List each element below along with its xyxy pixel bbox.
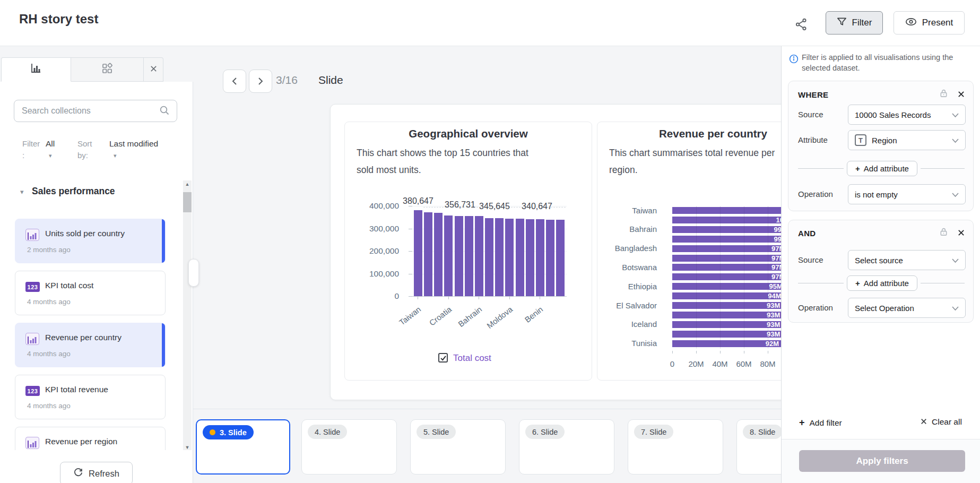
apply-filters-button[interactable]: Apply filters [799,450,965,472]
divider-line [921,168,965,169]
country-label: Ethiopia [597,282,657,291]
filter-row-label: Source [798,110,823,119]
slide-title: Slide [318,74,343,87]
header: RH story test Filter Present [0,0,980,46]
source-select[interactable]: 10000 Sales Records [848,105,966,125]
share-icon[interactable] [794,18,808,33]
lock-icon[interactable] [939,227,948,239]
collection-item[interactable]: 123KPI total revenue4 months ago [15,375,166,419]
filter-label: Filter [22,139,40,148]
vertical-gridline [696,206,697,349]
bar [434,213,443,296]
present-button-label: Present [922,18,953,28]
filter-card-where: WHERESource10000 Sales RecordsAttributeT… [788,81,974,211]
slide-position: 3/16 [276,74,298,87]
add-filter-label: Add filter [810,418,842,428]
filter-row-label: Operation [798,303,833,312]
operation-select[interactable]: is not empty [848,184,966,204]
add-filter-link[interactable]: + Add filter [799,417,842,428]
section-collapse-icon[interactable]: ▾ [20,188,24,196]
selected-accent-bar [162,323,165,367]
thumbnail-strip-divider [193,409,781,409]
collection-item[interactable]: 123KPI total cost4 months ago [15,271,166,315]
plus-icon: + [855,279,860,288]
horizontal-bar: 97M [672,245,788,252]
filter-value[interactable]: All [46,139,55,149]
slide-thumbnail-badge: 6. Slide [525,425,565,439]
tab-components[interactable] [71,57,144,82]
add-attribute-button[interactable]: +Add attribute [847,275,917,291]
bar [526,219,534,296]
horizontal-bar: 92M [672,340,782,347]
bar-data-label: 340,647 [513,202,561,211]
collection-item-timestamp: 4 months ago [27,298,71,306]
y-axis-label: 400,000 [345,201,399,211]
gridline [412,296,567,297]
components-grid-icon [101,63,113,76]
slide-thumbnail[interactable]: 4. Slide [301,419,397,475]
legend-checkbox[interactable] [438,353,448,363]
sidebar-resize-handle[interactable] [188,259,199,287]
chart-item-icon [25,229,39,241]
legend-label[interactable]: Total cost [453,353,491,364]
sort-value[interactable]: Last modified [109,139,158,149]
previous-slide-button[interactable] [223,70,246,93]
horizontal-bar: 93M [672,302,783,309]
sidebar-close-button[interactable] [144,57,163,82]
tab-visualisations[interactable] [1,57,71,82]
sort-caret-icon[interactable]: ▾ [114,152,117,159]
present-button[interactable]: Present [894,11,965,34]
collection-item[interactable]: Units sold per country2 months ago [15,219,166,263]
bar [414,210,422,296]
chart-item-icon [25,333,39,345]
x-axis-tick [672,351,673,353]
scrollbar-thumb[interactable] [183,192,192,212]
source-select[interactable]: Select source [848,250,966,270]
bar [516,219,524,296]
horizontal-bar: 99M [672,236,791,243]
y-axis-label: 100,000 [345,269,399,279]
slide-thumbnail[interactable]: 3. Slide [196,419,290,475]
slide-thumbnail-label: 5. Slide [423,428,449,436]
y-axis-tick [409,274,412,274]
collection-item[interactable]: Revenue per country4 months ago [15,323,166,367]
filter-row-label: Source [798,255,823,264]
scroll-up-icon[interactable]: ▲ [183,180,192,188]
x-axis-tick [479,296,479,299]
slide-canvas[interactable]: Geographical overview This chart shows t… [330,104,829,400]
country-label: Taiwan [597,206,657,215]
add-attribute-button[interactable]: +Add attribute [847,161,917,176]
slide-thumbnail[interactable]: 6. Slide [519,419,614,475]
bar [495,218,504,296]
search-input[interactable] [14,100,177,122]
y-axis-label: 200,000 [345,246,399,256]
lock-icon[interactable] [939,89,948,100]
vertical-gridline [768,206,768,349]
add-attribute-label: Add attribute [864,279,909,288]
status-dot-icon [210,429,215,435]
slide-thumbnail[interactable]: 5. Slide [410,419,506,475]
next-slide-button[interactable] [249,70,272,93]
chart-geographical-overview[interactable]: Geographical overview This chart shows t… [344,122,592,381]
country-label: Bahrain [597,225,657,234]
refresh-button[interactable]: Refresh [60,462,133,483]
slide-thumbnail-label: 4. Slide [315,428,340,436]
attribute-select[interactable]: TRegion [848,130,966,150]
bar [475,216,483,296]
chart1-subtitle-line1: This chart shows the top 15 countries th… [357,148,528,159]
remove-filter-icon[interactable] [958,90,965,100]
operation-select[interactable]: Select Operation [848,298,966,318]
slide-thumbnail[interactable]: 7. Slide [628,419,723,475]
clear-all-link[interactable]: Clear all [921,417,962,427]
bar [444,215,453,296]
filter-caret-icon[interactable]: ▾ [49,152,52,159]
x-axis-tick [696,351,697,353]
bar [465,216,473,296]
sidebar-scrollbar[interactable]: ▲ ▼ [183,180,192,451]
remove-filter-icon[interactable] [958,229,965,238]
y-axis-label: 0 [345,291,399,301]
filter-button[interactable]: Filter [826,11,883,34]
horizontal-bar: 99M [672,226,791,233]
filter-panel: Filter is applied to all visualisations … [781,46,980,483]
slide-thumbnail-label: 3. Slide [220,428,247,437]
